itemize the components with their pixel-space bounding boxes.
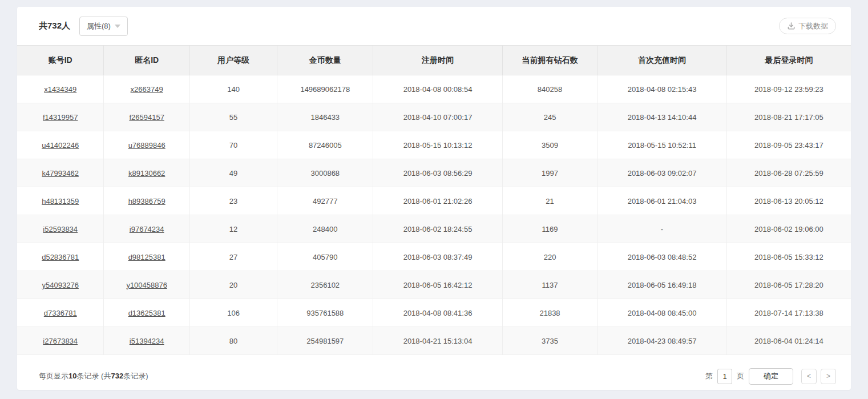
anonymous-id-link[interactable]: u76889846 [128,141,165,150]
download-data-button[interactable]: 下载数据 [779,18,836,34]
per-page-count: 10 [68,372,76,380]
download-icon [787,22,796,30]
column-header: 匿名ID [104,46,189,75]
data-cell: 149689062178 [277,75,373,103]
page-label-prefix: 第 [705,371,713,381]
anonymous-id-link[interactable]: d98125381 [128,253,165,261]
data-cell: 2018-06-01 21:02:26 [373,187,502,215]
id-cell: y100458876 [104,271,189,299]
anonymous-id-link[interactable]: y100458876 [126,281,167,289]
data-cell: 2018-06-03 08:48:52 [597,243,726,271]
data-cell: 2018-06-03 08:37:49 [373,243,502,271]
id-cell: h48131359 [17,187,104,215]
table-row: h48131359h89386759234927772018-06-01 21:… [17,187,851,215]
data-cell: 70 [189,131,277,159]
data-cell: 2018-09-12 23:59:23 [726,75,851,103]
anonymous-id-link[interactable]: i51394234 [130,337,164,345]
data-cell: 2018-04-10 07:00:17 [373,103,502,131]
table-row: k47993462k891306624930008682018-06-03 08… [17,159,851,187]
id-cell: d13625381 [104,299,189,327]
data-cell: 23 [189,187,277,215]
column-header: 金币数量 [277,46,373,75]
data-cell: 2018-06-04 01:24:14 [726,327,851,355]
data-cell: 2018-04-08 08:45:00 [597,299,726,327]
account-id-link[interactable]: d7336781 [44,309,77,317]
data-cell: 3000868 [277,159,373,187]
data-cell: 405790 [277,243,373,271]
page-nav-group: < > [801,369,836,384]
data-cell: 12 [189,215,277,243]
id-cell: d98125381 [104,243,189,271]
data-cell: 2018-06-13 20:05:12 [726,187,851,215]
prev-page-button[interactable]: < [801,369,817,384]
id-cell: u76889846 [104,131,189,159]
data-cell: 21 [502,187,597,215]
table-row: x1434349x26637491401496890621782018-04-0… [17,75,851,103]
data-cell: 1997 [502,159,597,187]
data-cell: 106 [189,299,277,327]
account-id-link[interactable]: d52836781 [42,253,79,261]
account-id-link[interactable]: u41402246 [42,141,79,150]
column-header: 账号ID [17,46,104,75]
data-cell: 2018-04-13 14:10:44 [597,103,726,131]
data-cell: 254981597 [277,327,373,355]
data-cell: 2018-06-02 19:06:00 [726,215,851,243]
data-cell: 27 [189,243,277,271]
id-cell: x1434349 [17,75,104,103]
column-header: 注册时间 [373,46,502,75]
chevron-down-icon [115,25,120,28]
id-cell: i27673834 [17,327,104,355]
id-cell: i51394234 [104,327,189,355]
table-row: f14319957f265941575518464332018-04-10 07… [17,103,851,131]
account-id-link[interactable]: i27673834 [43,337,78,345]
anonymous-id-link[interactable]: x2663749 [131,85,163,94]
id-cell: i97674234 [104,215,189,243]
data-cell: 220 [502,243,597,271]
confirm-page-button[interactable]: 确定 [749,368,793,385]
table-row: i27673834i51394234802549815972018-04-21 … [17,327,851,355]
records-summary: 每页显示10条记录 (共732条记录) [39,371,148,381]
column-header: 最后登录时间 [726,46,851,75]
id-cell: f26594157 [104,103,189,131]
anonymous-id-link[interactable]: f26594157 [129,113,164,122]
id-cell: i52593834 [17,215,104,243]
data-cell: 20 [189,271,277,299]
data-cell: 2018-06-05 16:42:12 [373,271,502,299]
data-cell: 492777 [277,187,373,215]
anonymous-id-link[interactable]: k89130662 [128,169,165,178]
id-cell: f14319957 [17,103,104,131]
account-id-link[interactable]: i52593834 [43,225,78,233]
data-cell: 2356102 [277,271,373,299]
id-cell: k47993462 [17,159,104,187]
data-cell: 2018-04-08 02:15:43 [597,75,726,103]
data-cell: 935761588 [277,299,373,327]
id-cell: h89386759 [104,187,189,215]
id-cell: u41402246 [17,131,104,159]
total-records-count: 732 [111,372,123,380]
data-cell: 1137 [502,271,597,299]
data-cell: 2018-05-15 10:13:12 [373,131,502,159]
attributes-dropdown-label: 属性(8) [87,21,111,31]
data-cell: 21838 [502,299,597,327]
page-number-input[interactable] [717,369,732,384]
data-cell: 55 [189,103,277,131]
data-cell: 2018-04-23 08:49:57 [597,327,726,355]
account-id-link[interactable]: x1434349 [44,85,76,94]
anonymous-id-link[interactable]: i97674234 [130,225,164,233]
data-cell: 2018-06-03 09:02:07 [597,159,726,187]
id-cell: d7336781 [17,299,104,327]
data-cell: 2018-06-01 21:04:03 [597,187,726,215]
account-id-link[interactable]: f14319957 [43,113,78,122]
account-id-link[interactable]: y54093276 [42,281,79,289]
anonymous-id-link[interactable]: d13625381 [128,309,165,317]
next-page-button[interactable]: > [821,369,836,384]
data-cell: 3509 [502,131,597,159]
account-id-link[interactable]: k47993462 [42,169,79,178]
attributes-dropdown[interactable]: 属性(8) [79,17,128,36]
page-label-suffix: 页 [737,371,744,381]
anonymous-id-link[interactable]: h89386759 [128,197,165,205]
data-cell: 2018-06-05 15:33:12 [726,243,851,271]
pagination: 第 页 确定 < > [705,368,836,385]
account-id-link[interactable]: h48131359 [42,197,79,205]
data-cell: 2018-06-05 16:49:18 [597,271,726,299]
